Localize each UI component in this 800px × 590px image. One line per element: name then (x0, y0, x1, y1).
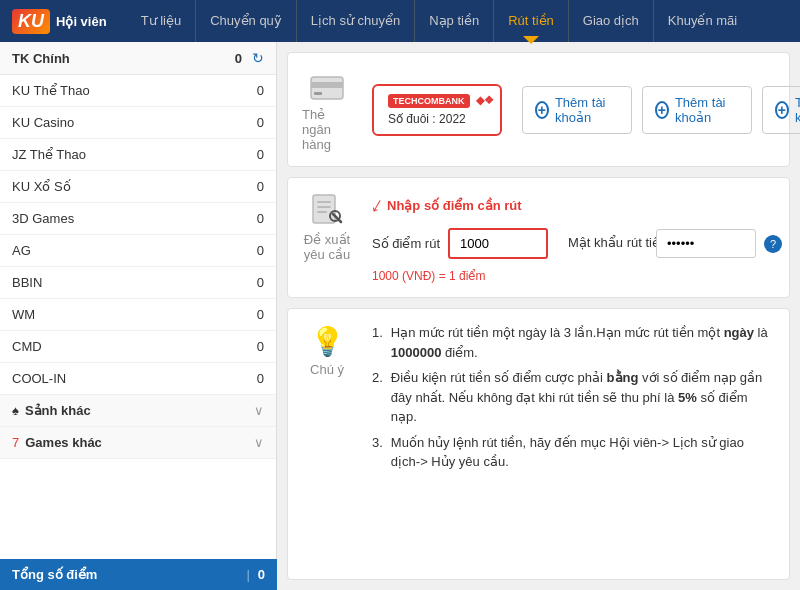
bank-icon-col: Thẻ ngân hàng (302, 67, 352, 152)
techcombank-icon: ◆❖ (476, 94, 494, 107)
nav-item-khuyếnmãi[interactable]: Khuyến mãi (654, 0, 751, 42)
form-section: Đề xuất yêu cầu ↓ Nhập số điểm cần rút S… (287, 177, 790, 298)
add-account-button-2[interactable]: +Thêm tài khoản (762, 86, 800, 134)
sidebar-sections: ♠Sảnh khác∨7Games khác∨ (0, 395, 276, 459)
so-diem-label: Số điểm rút (372, 236, 440, 251)
sidebar-item-1[interactable]: KU Casino0 (0, 107, 276, 139)
tk-val: 0 (235, 51, 242, 66)
notice-content: 1.Hạn mức rút tiền một ngày là 3 lần.Hạn… (372, 323, 775, 472)
sidebar-item-7[interactable]: WM0 (0, 299, 276, 331)
add-accounts: +Thêm tài khoản+Thêm tài khoản+Thêm tài … (522, 86, 800, 134)
nav-item-tưliệu[interactable]: Tư liệu (127, 0, 197, 42)
sidebar-item-val: 0 (257, 243, 264, 258)
so-diem-input[interactable] (448, 228, 548, 259)
sidebar-item-label: JZ Thể Thao (12, 147, 257, 162)
notice-section: 💡 Chú ý 1.Hạn mức rút tiền một ngày là 3… (287, 308, 790, 580)
sidebar-item-label: BBIN (12, 275, 257, 290)
techcombank-logo: TECHCOMBANK (388, 94, 470, 108)
add-account-label: Thêm tài khoản (795, 95, 800, 125)
help-icon[interactable]: ? (764, 235, 782, 253)
notice-text: Điều kiện rút tiền số điểm cược phải bằn… (391, 368, 775, 427)
notice-icon-col: 💡 Chú ý (302, 323, 352, 377)
add-account-button-1[interactable]: +Thêm tài khoản (642, 86, 752, 134)
chevron-down-icon: ∨ (254, 435, 264, 450)
sidebar-item-8[interactable]: CMD0 (0, 331, 276, 363)
logo: KU Hội viên (12, 9, 107, 34)
nav-item-rúttiền[interactable]: Rút tiền (494, 0, 569, 42)
sidebar-tk-row: TK Chính 0 ↻ (0, 42, 276, 75)
form-icon-col: Đề xuất yêu cầu (302, 192, 352, 262)
mat-khau-input[interactable] (656, 229, 756, 258)
svg-rect-6 (317, 211, 327, 213)
main-container: TK Chính 0 ↻ KU Thể Thao0KU Casino0JZ Th… (0, 42, 800, 590)
bank-logo-row: TECHCOMBANK ◆❖ (388, 94, 486, 108)
total-label: Tổng số điểm (12, 567, 238, 582)
plus-icon: + (655, 101, 669, 119)
sidebar-item-2[interactable]: JZ Thể Thao0 (0, 139, 276, 171)
hint-arrow: ↓ (366, 191, 389, 219)
bank-icon-label: Thẻ ngân hàng (302, 107, 352, 152)
sidebar-total: Tổng số điểm | 0 (0, 559, 277, 590)
svg-rect-1 (311, 82, 343, 88)
svg-rect-5 (317, 206, 331, 208)
notice-text: Hạn mức rút tiền một ngày là 3 lần.Hạn m… (391, 323, 775, 362)
nav-item-chuyểnquỹ[interactable]: Chuyển quỹ (196, 0, 297, 42)
sidebar-section-1[interactable]: 7Games khác∨ (0, 427, 276, 459)
sidebar-item-0[interactable]: KU Thể Thao0 (0, 75, 276, 107)
notice-icon-label: Chú ý (310, 362, 344, 377)
sidebar-item-9[interactable]: COOL-IN0 (0, 363, 276, 395)
logo-ku: KU (12, 9, 50, 34)
sidebar-item-val: 0 (257, 275, 264, 290)
content: Thẻ ngân hàng TECHCOMBANK ◆❖ Số đuôi : 2… (277, 42, 800, 590)
sidebar-item-label: KU Casino (12, 115, 257, 130)
bank-so-duoi: Số đuôi : 2022 (388, 112, 486, 126)
notice-item-1: 2.Điều kiện rút tiền số điểm cược phải b… (372, 368, 775, 427)
form-hint: ↓ Nhập số điểm cần rút (372, 192, 800, 218)
mat-khau-label: Mật khẩu rút tiền (568, 235, 648, 252)
sidebar-item-5[interactable]: AG0 (0, 235, 276, 267)
notice-num: 1. (372, 323, 383, 362)
sidebar-section-label: Games khác (25, 435, 254, 450)
bank-icon (309, 67, 345, 103)
hint-text: Nhập số điểm cần rút (387, 198, 522, 213)
nav-item-giaodịch[interactable]: Giao dịch (569, 0, 654, 42)
sidebar-item-val: 0 (257, 115, 264, 130)
so-diem-field: Số điểm rút (372, 228, 548, 259)
notice-num: 2. (372, 368, 383, 427)
sidebar-item-6[interactable]: BBIN0 (0, 267, 276, 299)
nav-item-nạptiền[interactable]: Nạp tiền (415, 0, 494, 42)
notice-item-2: 3.Muốn hủy lệnh rút tiền, hãy đến mục Hộ… (372, 433, 775, 472)
tk-label: TK Chính (12, 51, 235, 66)
sidebar-section-0[interactable]: ♠Sảnh khác∨ (0, 395, 276, 427)
total-val: 0 (258, 567, 265, 582)
sidebar-item-val: 0 (257, 339, 264, 354)
sidebar-wrapper: TK Chính 0 ↻ KU Thể Thao0KU Casino0JZ Th… (0, 42, 276, 590)
total-sep: | (246, 567, 249, 582)
sidebar-item-label: KU Xổ Số (12, 179, 257, 194)
plus-icon: + (775, 101, 789, 119)
conversion-note: 1000 (VNĐ) = 1 điểm (372, 269, 800, 283)
bank-section: Thẻ ngân hàng TECHCOMBANK ◆❖ Số đuôi : 2… (287, 52, 790, 167)
header-nav: Tư liệuChuyển quỹLịch sử chuyểnNạp tiềnR… (127, 0, 752, 42)
sidebar-item-label: COOL-IN (12, 371, 257, 386)
header: KU Hội viên Tư liệuChuyển quỹLịch sử chu… (0, 0, 800, 42)
sidebar-item-label: CMD (12, 339, 257, 354)
notice-num: 3. (372, 433, 383, 472)
nav-item-lịchsửchuyển[interactable]: Lịch sử chuyển (297, 0, 415, 42)
sidebar-item-4[interactable]: 3D Games0 (0, 203, 276, 235)
sidebar-section-icon: ♠ (12, 403, 19, 418)
sidebar-item-3[interactable]: KU Xổ Số0 (0, 171, 276, 203)
svg-rect-4 (317, 201, 331, 203)
add-account-label: Thêm tài khoản (555, 95, 619, 125)
sidebar-items-area: TK Chính 0 ↻ KU Thể Thao0KU Casino0JZ Th… (0, 42, 276, 590)
sidebar-item-label: AG (12, 243, 257, 258)
form-main: ↓ Nhập số điểm cần rút Số điểm rút Mật k… (372, 192, 800, 283)
mat-khau-field: Mật khẩu rút tiền ? (568, 229, 782, 258)
sidebar-item-val: 0 (257, 211, 264, 226)
refresh-icon[interactable]: ↻ (252, 50, 264, 66)
sidebar-items: KU Thể Thao0KU Casino0JZ Thể Thao0KU Xổ … (0, 75, 276, 395)
bank-card: TECHCOMBANK ◆❖ Số đuôi : 2022 (372, 84, 502, 136)
plus-icon: + (535, 101, 549, 119)
add-account-button-0[interactable]: +Thêm tài khoản (522, 86, 632, 134)
sidebar-item-label: KU Thể Thao (12, 83, 257, 98)
